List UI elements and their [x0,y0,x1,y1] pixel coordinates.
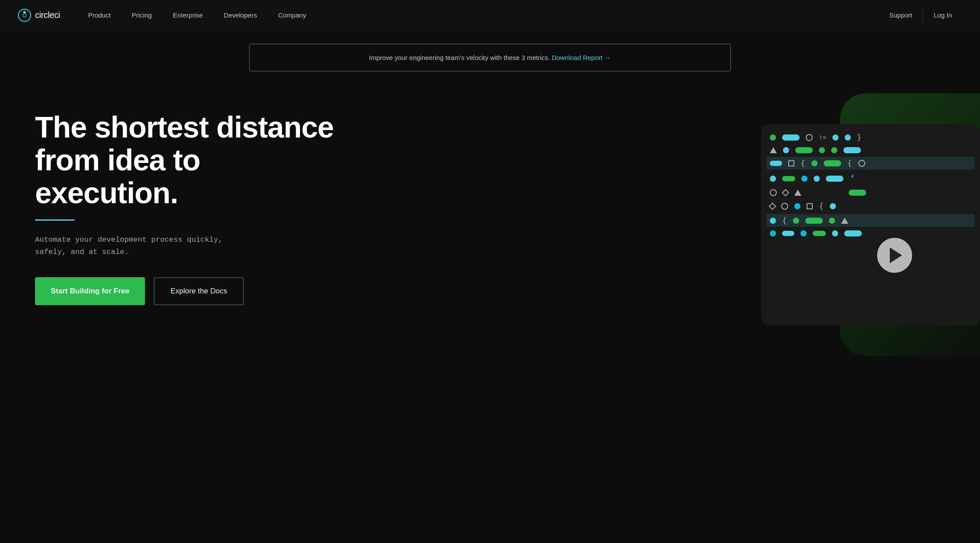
triangle-shape [794,190,801,196]
pipeline-row-7: { [766,214,975,227]
hero-buttons: Start Building for Free Explore the Docs [35,277,342,305]
brace-shape: } [857,133,862,142]
dot [845,134,851,141]
hero-subtitle: Automate your development process quickl… [35,234,342,257]
square-shape [788,160,794,166]
circle-shape [858,160,865,167]
banner-link[interactable]: Download Report → [552,54,611,61]
brace-shape: { [819,201,824,211]
announcement-banner: Improve your engineering team's velocity… [249,44,731,71]
nav-links: Product Pricing Enterprise Developers Co… [78,0,879,31]
pipeline-row-2 [770,147,971,153]
dot [831,147,837,153]
pipeline-row-4: ʻ [770,173,971,184]
svg-point-2 [23,14,26,17]
pipeline-row-8 [770,230,971,236]
brace-shape: { [800,159,805,168]
triangle-shape [770,147,777,153]
pipeline-row-5 [770,189,971,196]
circle-shape [770,189,777,196]
bar [813,231,826,236]
diamond-shape [769,202,776,210]
svg-point-1 [23,11,26,14]
bar [782,134,800,141]
bar [849,190,866,196]
pipeline-row-6: { [770,201,971,211]
hero-divider [35,219,74,221]
bar [770,161,782,166]
dot [819,147,825,153]
bar [795,147,813,153]
pipeline-panel: != } { [761,124,980,325]
bar [782,231,794,236]
bar [805,218,823,224]
nav-enterprise[interactable]: Enterprise [162,0,213,31]
play-icon [890,247,902,263]
hero-title: The shortest distance from idea to execu… [35,111,342,209]
dot [832,134,839,141]
dot [794,203,800,209]
dot [770,230,776,236]
nav-company[interactable]: Company [268,0,317,31]
play-button[interactable] [877,238,912,273]
dot [814,176,820,182]
dot [793,218,799,224]
brace-shape: { [847,159,852,168]
bar [844,230,862,236]
bar [843,147,861,153]
diamond-shape [782,189,790,197]
navbar: circleci Product Pricing Enterprise Deve… [0,0,980,31]
triangle-shape [841,218,848,224]
nav-pricing[interactable]: Pricing [121,0,162,31]
square-shape [807,203,813,209]
dot [801,176,807,182]
brand-name: circleci [35,10,60,20]
nav-developers[interactable]: Developers [213,0,268,31]
dot [770,176,776,182]
dot [770,218,776,224]
nav-product[interactable]: Product [78,0,121,31]
banner-text: Improve your engineering team's velocity… [369,54,550,61]
dot [811,160,818,166]
bar [826,176,843,182]
pipeline-row-3: { { [766,157,975,169]
dot [829,218,835,224]
explore-docs-button[interactable]: Explore the Docs [154,277,243,305]
excl-shape: != [819,134,826,141]
tick-shape: ʻ [850,173,855,184]
dot [830,203,836,209]
hero-visual: != } { [744,111,980,338]
hero-content: The shortest distance from idea to execu… [35,111,342,305]
circle-shape [806,134,813,141]
dot [783,147,789,153]
nav-support-link[interactable]: Support [879,0,923,31]
bar [824,160,841,166]
logo[interactable]: circleci [18,8,60,22]
dot [800,230,807,236]
circle-shape [781,203,788,210]
dot [832,230,838,236]
nav-login-link[interactable]: Log In [923,0,962,31]
start-building-button[interactable]: Start Building for Free [35,277,145,305]
hero-section: The shortest distance from idea to execu… [0,85,980,356]
dot [770,134,776,141]
nav-right: Support Log In [879,0,962,31]
brace-shape: { [782,216,787,225]
bar [782,176,795,181]
pipeline-row-1: != } [770,133,971,142]
